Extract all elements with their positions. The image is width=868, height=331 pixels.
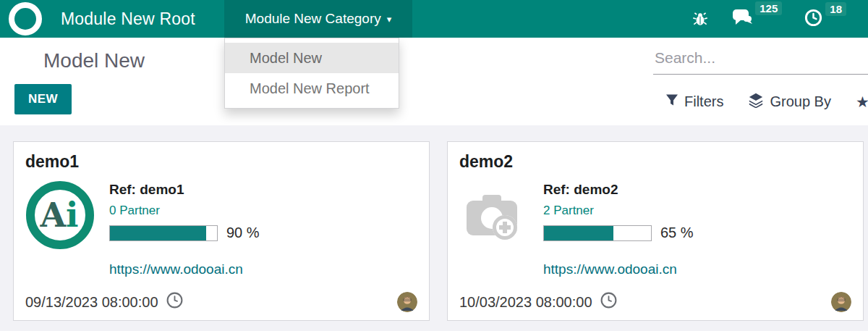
- card-title: demo1: [25, 152, 417, 172]
- search-box: [653, 45, 868, 75]
- funnel-icon: [665, 93, 678, 111]
- filters-label: Filters: [684, 93, 723, 110]
- card-ref: Ref: demo2: [543, 182, 694, 198]
- card-partner-count[interactable]: 0 Partner: [109, 204, 260, 218]
- top-navbar: Module New Root Module New Category ▾: [0, 0, 868, 38]
- navbar-systray: 125 18: [691, 0, 868, 38]
- group-by-button[interactable]: Group By: [748, 92, 830, 112]
- card-datetime: 10/03/2023 08:00:00: [459, 294, 592, 311]
- progress-fill: [110, 226, 206, 240]
- debug-bug-icon[interactable]: [691, 9, 710, 28]
- progress-label: 65 %: [660, 225, 694, 241]
- odoo-logo-icon[interactable]: [9, 2, 42, 35]
- kanban-card-demo1[interactable]: demo1 Ai Ref: demo1 0 Partner: [13, 141, 430, 321]
- progress-track: [543, 225, 652, 241]
- favorites-button[interactable]: ★ Favorites: [856, 93, 868, 111]
- card-progress: 90 %: [109, 225, 260, 241]
- card-footer: 10/03/2023 08:00:00: [459, 291, 851, 313]
- card-progress: 65 %: [543, 225, 694, 241]
- kanban-view: demo1 Ai Ref: demo1 0 Partner: [0, 125, 868, 331]
- user-avatar[interactable]: [831, 292, 851, 312]
- card-partner-count[interactable]: 2 Partner: [543, 204, 694, 218]
- card-website-link[interactable]: https://www.odooai.cn: [543, 261, 851, 277]
- user-avatar[interactable]: [397, 292, 417, 312]
- activities-menu[interactable]: 18: [804, 8, 846, 30]
- app-window: Module New Root Module New Category ▾: [0, 0, 868, 331]
- clock-icon: [166, 291, 184, 313]
- menu-module-new-category[interactable]: Module New Category ▾: [224, 0, 412, 38]
- card-datetime: 09/13/2023 08:00:00: [25, 294, 158, 311]
- search-input[interactable]: [653, 45, 868, 75]
- card-title: demo2: [459, 152, 851, 172]
- new-record-button[interactable]: NEW: [14, 84, 72, 114]
- dropdown-item-model-new-report[interactable]: Model New Report: [225, 73, 399, 104]
- messages-count-badge: 125: [755, 1, 782, 15]
- ai-logo-image: Ai: [25, 180, 95, 250]
- progress-fill: [544, 226, 613, 240]
- control-panel: Model New NEW Filters: [0, 38, 868, 126]
- app-brand-title[interactable]: Module New Root: [61, 9, 195, 29]
- category-dropdown-menu: Model New Model New Report: [224, 38, 399, 109]
- clock-icon: [804, 8, 823, 30]
- svg-text:Ai: Ai: [39, 196, 78, 235]
- kanban-card-demo2[interactable]: demo2 Ref: demo2 2 Partner: [447, 141, 864, 321]
- card-ref: Ref: demo1: [109, 182, 260, 198]
- progress-label: 90 %: [226, 225, 260, 241]
- chevron-down-icon: ▾: [387, 14, 392, 25]
- filters-button[interactable]: Filters: [665, 93, 723, 111]
- activities-count-badge: 18: [825, 2, 846, 16]
- page-title: Model New: [43, 49, 145, 72]
- menu-label: Module New Category: [245, 11, 381, 27]
- clock-icon: [600, 291, 618, 313]
- dropdown-item-model-new[interactable]: Model New: [225, 43, 399, 73]
- group-by-label: Group By: [770, 93, 830, 110]
- layers-icon: [748, 92, 764, 112]
- progress-track: [109, 225, 218, 241]
- camera-placeholder-icon: [459, 180, 529, 250]
- messages-menu[interactable]: 125: [731, 7, 782, 30]
- star-icon: ★: [856, 93, 868, 111]
- card-website-link[interactable]: https://www.odooai.cn: [109, 261, 417, 277]
- search-options-row: Filters Group By ★ Favorites: [665, 92, 868, 112]
- card-footer: 09/13/2023 08:00:00: [25, 291, 417, 313]
- chat-bubbles-icon: [731, 7, 753, 30]
